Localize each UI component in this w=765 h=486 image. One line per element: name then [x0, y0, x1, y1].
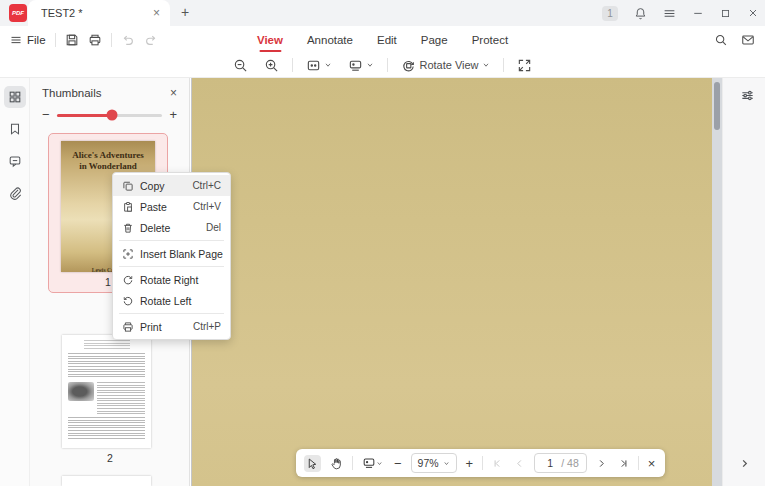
cover-title-line1: Alice's Adventures [61, 150, 155, 161]
fullscreen-icon[interactable] [514, 56, 535, 75]
title-bar: PDF TEST2 * × + 1 [0, 0, 765, 26]
divider [292, 58, 293, 72]
zoom-in-icon[interactable] [261, 56, 282, 75]
minimize-button[interactable] [692, 7, 704, 19]
copy-icon [121, 180, 134, 192]
print-icon[interactable] [88, 33, 102, 47]
comments-panel-icon[interactable] [4, 150, 26, 172]
context-menu-print[interactable]: Print Ctrl+P [113, 316, 230, 337]
context-menu-divider [119, 313, 224, 314]
bell-icon[interactable] [634, 7, 647, 20]
slider-plus-button[interactable]: + [169, 110, 177, 120]
cover-title-line2: in Wonderland [61, 161, 155, 172]
rotate-view-label: Rotate View [419, 59, 478, 71]
previous-page-button[interactable] [512, 456, 527, 471]
divider [387, 58, 388, 72]
slider-handle[interactable] [106, 110, 117, 121]
divider [352, 456, 353, 470]
menu-edit[interactable]: Edit [377, 26, 397, 53]
redo-icon[interactable] [144, 33, 158, 47]
context-menu-rotate-left[interactable]: Rotate Left [113, 290, 230, 311]
trash-icon [121, 222, 134, 234]
rotate-view-dropdown[interactable]: Rotate View [398, 56, 492, 75]
menu-page[interactable]: Page [421, 26, 448, 53]
insert-blank-page-icon [121, 248, 134, 260]
maximize-button[interactable] [720, 8, 731, 19]
pdf-editor-window: PDF TEST2 * × + 1 [0, 0, 765, 486]
document-scrollbar[interactable] [712, 78, 722, 486]
divider [55, 33, 56, 47]
undo-icon[interactable] [121, 33, 135, 47]
attachments-panel-icon[interactable] [4, 182, 26, 204]
divider [503, 58, 504, 72]
context-menu-paste[interactable]: Paste Ctrl+V [113, 196, 230, 217]
file-menu-label: File [27, 34, 46, 46]
rotate-left-icon [121, 295, 134, 307]
page-number-input[interactable] [542, 457, 558, 469]
save-icon[interactable] [65, 33, 79, 47]
first-page-button[interactable] [490, 456, 505, 471]
page-display-dropdown[interactable] [345, 56, 377, 75]
app-logo-icon: PDF [9, 4, 27, 22]
context-menu-rotate-right[interactable]: Rotate Right [113, 269, 230, 290]
thumbnails-close-icon[interactable]: × [170, 86, 177, 100]
expand-panel-chevron-icon[interactable] [740, 459, 749, 468]
zoom-in-button[interactable]: + [464, 454, 476, 473]
zoom-level-value: 97% [418, 457, 439, 469]
page-2-inline-image [68, 382, 94, 401]
last-page-button[interactable] [616, 456, 631, 471]
menu-annotate[interactable]: Annotate [307, 26, 353, 53]
page-2-thumbnail[interactable] [62, 335, 151, 448]
navigation-pane-tabs [0, 78, 30, 486]
paste-icon [121, 201, 134, 213]
notification-badge[interactable]: 1 [602, 6, 618, 21]
hamburger-menu-icon[interactable] [663, 7, 676, 20]
page-display-dropdown[interactable] [360, 454, 385, 472]
tab-close-icon[interactable]: × [151, 6, 162, 20]
context-menu-copy[interactable]: Copy Ctrl+C [113, 175, 230, 196]
context-menu-insert-blank-page[interactable]: Insert Blank Page [113, 243, 230, 264]
page-number-box: / 48 [534, 453, 587, 473]
zoom-out-icon[interactable] [230, 56, 251, 75]
document-page-view[interactable] [191, 78, 712, 486]
thumbnail-size-slider: − + [42, 110, 177, 120]
menu-view[interactable]: View [257, 26, 283, 53]
page-2-number: 2 [30, 452, 190, 464]
context-menu-delete[interactable]: Delete Del [113, 217, 230, 238]
fit-page-dropdown[interactable] [303, 56, 335, 75]
view-settings-icon[interactable] [740, 88, 755, 103]
rotate-view-icon [401, 58, 416, 73]
context-menu: Copy Ctrl+C Paste Ctrl+V Delete Del Inse… [112, 172, 231, 340]
context-menu-divider [119, 240, 224, 241]
divider [482, 456, 483, 470]
scrollbar-thumb[interactable] [714, 82, 720, 130]
zoom-level-dropdown[interactable]: 97% [411, 453, 457, 473]
hand-tool-icon[interactable] [328, 455, 345, 472]
divider [111, 33, 112, 47]
thumbnails-panel-icon[interactable] [4, 86, 26, 108]
page-navigation-toolbar: − 97% + / 48 × [296, 449, 665, 477]
search-icon[interactable] [714, 33, 728, 47]
page-3-thumbnail-partial[interactable] [62, 476, 151, 486]
slider-minus-button[interactable]: − [42, 110, 50, 120]
view-toolbar: Rotate View [0, 53, 765, 78]
close-window-button[interactable] [747, 7, 759, 19]
file-menu-button[interactable]: File [10, 34, 46, 46]
divider [638, 456, 639, 470]
slider-track[interactable] [57, 114, 163, 117]
menu-bar: File View Annotate Edit Page Protect [0, 26, 765, 53]
mail-icon[interactable] [741, 33, 755, 47]
menu-protect[interactable]: Protect [472, 26, 508, 53]
rotate-right-icon [121, 274, 134, 286]
right-panel-strip [722, 78, 765, 486]
print-icon [121, 321, 134, 333]
bookmarks-panel-icon[interactable] [4, 118, 26, 140]
document-tab[interactable]: TEST2 * × [28, 0, 170, 26]
thumbnails-panel-title: Thumbnails [42, 87, 101, 99]
new-tab-button[interactable]: + [176, 4, 194, 20]
select-tool-icon[interactable] [304, 455, 321, 472]
tab-title: TEST2 * [41, 7, 151, 19]
next-page-button[interactable] [594, 456, 609, 471]
close-toolbar-button[interactable]: × [646, 454, 658, 473]
zoom-out-button[interactable]: − [392, 454, 404, 473]
